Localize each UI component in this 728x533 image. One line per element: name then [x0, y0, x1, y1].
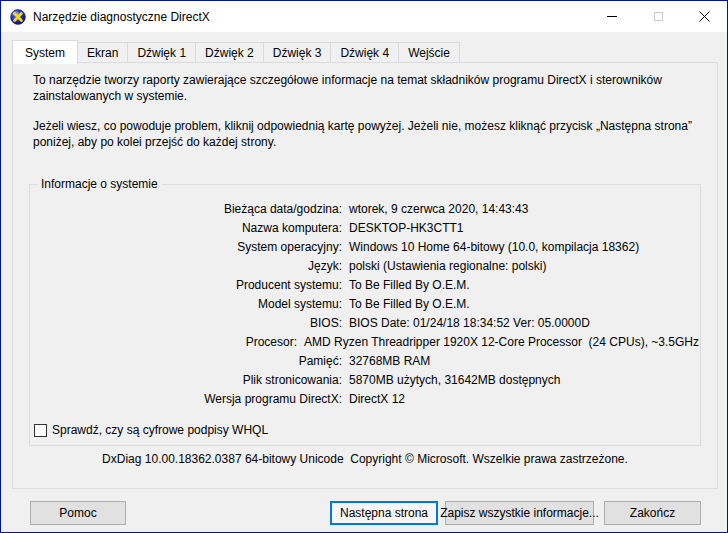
row-label: Procesor:: [31, 333, 297, 352]
row-language: Język: polski (Ustawienia regionalne: po…: [31, 257, 699, 276]
tab-dzwiek-1[interactable]: Dźwięk 1: [127, 42, 196, 62]
system-tab-panel: To narzędzie tworzy raporty zawierające …: [12, 62, 718, 489]
row-value: Windows 10 Home 64-bitowy (10.0, kompila…: [342, 238, 639, 257]
row-operating-system: System operacyjny: Windows 10 Home 64-bi…: [31, 238, 699, 257]
row-value: DESKTOP-HK3CTT1: [342, 219, 463, 238]
intro-paragraph-2: Jeżeli wiesz, co powoduje problem, klikn…: [33, 118, 701, 150]
dxdiag-version-line: DxDiag 10.00.18362.0387 64-bitowy Unicod…: [13, 452, 717, 466]
row-label: Nazwa komputera:: [31, 219, 342, 238]
row-value: 32768MB RAM: [342, 352, 430, 371]
directx-app-icon: [10, 9, 26, 25]
row-value: BIOS Date: 01/24/18 18:34:52 Ver: 05.000…: [342, 314, 590, 333]
row-directx-version: Wersja programu DirectX: DirectX 12: [31, 390, 699, 409]
row-label: Język:: [31, 257, 342, 276]
row-memory: Pamięć: 32768MB RAM: [31, 352, 699, 371]
groupbox-title: Informacje o systemie: [37, 177, 162, 191]
row-label: Wersja programu DirectX:: [31, 390, 342, 409]
row-system-manufacturer: Producent systemu: To Be Filled By O.E.M…: [31, 276, 699, 295]
row-label: Plik stronicowania:: [31, 371, 342, 390]
row-value: wtorek, 9 czerwca 2020, 14:43:43: [342, 200, 528, 219]
tab-dzwiek-3[interactable]: Dźwięk 3: [263, 42, 332, 62]
row-computer-name: Nazwa komputera: DESKTOP-HK3CTT1: [31, 219, 699, 238]
tab-strip: System Ekran Dźwięk 1 Dźwięk 2 Dźwięk 3 …: [12, 40, 460, 62]
exit-button[interactable]: Zakończ: [604, 501, 701, 525]
row-system-model: Model systemu: To Be Filled By O.E.M.: [31, 295, 699, 314]
dxdiag-window: Narzędzie diagnostyczne DirectX System E…: [0, 0, 728, 533]
tab-ekran[interactable]: Ekran: [77, 42, 128, 62]
row-label: Pamięć:: [31, 352, 342, 371]
system-info-groupbox: Informacje o systemie Bieżąca data/godzi…: [29, 184, 701, 446]
tab-dzwiek-2[interactable]: Dźwięk 2: [195, 42, 264, 62]
row-value: DirectX 12: [342, 390, 405, 409]
row-page-file: Plik stronicowania: 5870MB użytych, 3164…: [31, 371, 699, 390]
row-current-datetime: Bieżąca data/godzina: wtorek, 9 czerwca …: [31, 200, 699, 219]
caption-buttons: [589, 1, 727, 32]
row-value: To Be Filled By O.E.M.: [342, 295, 470, 314]
row-value: To Be Filled By O.E.M.: [342, 276, 470, 295]
row-label: Model systemu:: [31, 295, 342, 314]
intro-paragraph-1: To narzędzie tworzy raporty zawierające …: [33, 72, 701, 104]
row-value: polski (Ustawienia regionalne: polski): [342, 257, 546, 276]
row-label: BIOS:: [31, 314, 342, 333]
titlebar: Narzędzie diagnostyczne DirectX: [1, 1, 727, 32]
whql-checkbox[interactable]: Sprawdź, czy są cyfrowe podpisy WHQL: [34, 423, 268, 437]
tab-dzwiek-4[interactable]: Dźwięk 4: [330, 42, 399, 62]
minimize-button[interactable]: [589, 1, 635, 32]
minimize-icon: [607, 16, 617, 17]
row-value: AMD Ryzen Threadripper 1920X 12-Core Pro…: [297, 333, 699, 352]
next-page-button[interactable]: Następna strona: [330, 501, 438, 525]
row-label: System operacyjny:: [31, 238, 342, 257]
whql-checkbox-label[interactable]: Sprawdź, czy są cyfrowe podpisy WHQL: [52, 423, 268, 437]
row-processor: Procesor: AMD Ryzen Threadripper 1920X 1…: [31, 333, 699, 352]
row-value: 5870MB użytych, 31642MB dostępnych: [342, 371, 560, 390]
window-title: Narzędzie diagnostyczne DirectX: [33, 10, 210, 24]
row-label: Bieżąca data/godzina:: [31, 200, 342, 219]
row-bios: BIOS: BIOS Date: 01/24/18 18:34:52 Ver: …: [31, 314, 699, 333]
tab-wejscie[interactable]: Wejście: [398, 42, 460, 62]
maximize-icon: [654, 12, 663, 21]
close-button[interactable]: [681, 1, 727, 32]
row-label: Producent systemu:: [31, 276, 342, 295]
checkbox-box-icon[interactable]: [34, 424, 47, 437]
tab-system[interactable]: System: [12, 40, 78, 64]
close-icon: [699, 11, 710, 22]
system-info-rows: Bieżąca data/godzina: wtorek, 9 czerwca …: [31, 200, 699, 409]
help-button[interactable]: Pomoc: [30, 501, 126, 525]
maximize-button: [635, 1, 681, 32]
save-all-information-button[interactable]: Zapisz wszystkie informacje...: [445, 501, 594, 525]
